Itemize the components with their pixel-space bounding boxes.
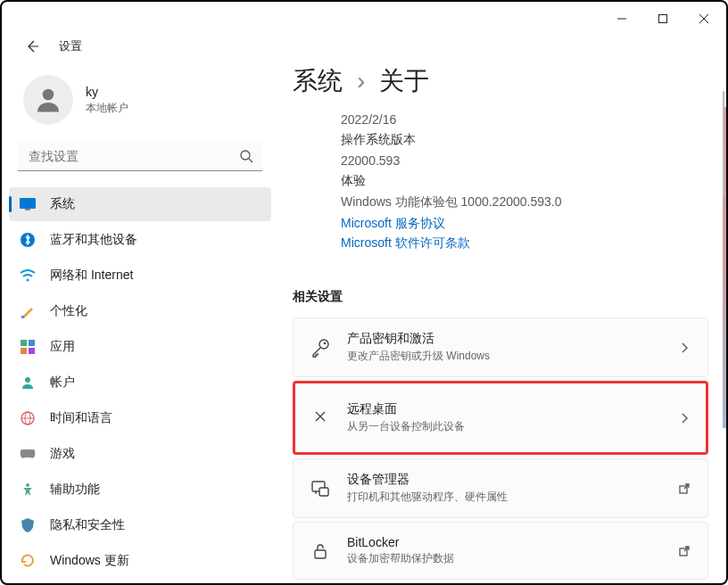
person-icon [20,375,36,391]
main-content: 系统 › 关于 2022/2/16 操作系统版本 22000.593 体验 Wi… [278,57,726,583]
search-input[interactable] [18,141,262,171]
breadcrumb: 系统 › 关于 [293,64,708,98]
device-manager-icon [310,478,331,499]
sidebar: ky 本地帐户 系统 蓝牙和其他设备 [2,57,278,583]
bluetooth-icon [20,232,36,248]
sidebar-item-personalization[interactable]: 个性化 [9,294,271,328]
svg-rect-8 [20,198,36,209]
card-title: 远程桌面 [347,401,661,417]
sidebar-item-network[interactable]: 网络和 Internet [9,259,271,292]
sidebar-item-windows-update[interactable]: Windows 更新 [9,544,271,578]
sidebar-item-accounts[interactable]: 帐户 [9,366,271,400]
external-link-icon [677,544,691,558]
info-experience-label: 体验 [341,173,708,189]
search-wrap [18,141,262,171]
card-title: 设备管理器 [347,472,661,488]
info-date: 2022/2/16 [341,112,708,127]
sidebar-item-gaming[interactable]: 游戏 [9,437,271,471]
svg-rect-13 [21,340,27,346]
key-icon [310,337,331,358]
maximize-button[interactable] [642,4,683,33]
info-os-build-label: 操作系统版本 [341,132,708,148]
svg-rect-28 [315,550,326,558]
svg-rect-14 [29,340,35,346]
brush-icon [20,303,36,319]
app-title: 设置 [59,38,82,54]
svg-rect-25 [319,488,328,496]
svg-rect-16 [29,348,35,354]
svg-rect-1 [659,15,667,23]
sidebar-item-label: 帐户 [50,375,75,391]
gamepad-icon [20,446,36,462]
card-subtitle: 从另一台设备控制此设备 [347,419,661,434]
svg-rect-12 [21,316,24,318]
remote-desktop-icon [310,408,331,429]
sidebar-item-label: 游戏 [50,446,75,462]
back-button[interactable] [21,36,43,57]
sidebar-item-system[interactable]: 系统 [9,187,271,221]
svg-point-23 [324,342,327,344]
accessibility-icon [20,482,36,498]
related-settings-title: 相关设置 [293,289,708,305]
sidebar-item-time-language[interactable]: 时间和语言 [9,401,271,435]
nav-list: 系统 蓝牙和其他设备 网络和 Internet 个性化 [2,187,278,580]
chevron-right-icon [677,411,691,425]
system-icon [20,196,36,212]
update-icon [20,553,36,569]
sidebar-item-label: 辅助功能 [50,482,100,498]
minimize-button[interactable] [601,4,642,33]
breadcrumb-current: 关于 [379,64,429,98]
svg-rect-15 [21,348,27,354]
lock-icon [310,540,331,562]
card-bitlocker[interactable]: BitLocker 设备加密帮助保护数据 [293,522,708,580]
card-subtitle: 设备加密帮助保护数据 [347,551,661,566]
apps-icon [20,339,36,355]
sidebar-item-label: 网络和 Internet [50,268,133,284]
info-os-build-value: 22000.593 [341,153,708,168]
svg-point-17 [25,377,30,383]
shield-icon [20,517,36,533]
wifi-icon [20,268,36,284]
svg-rect-9 [25,209,30,210]
chevron-right-icon [677,341,691,355]
system-info: 2022/2/16 操作系统版本 22000.593 体验 Windows 功能… [293,109,708,273]
sidebar-item-label: 时间和语言 [50,410,112,426]
sidebar-item-label: 隐私和安全性 [50,517,125,533]
card-title: 产品密钥和激活 [347,331,661,347]
sidebar-item-bluetooth[interactable]: 蓝牙和其他设备 [9,223,271,257]
card-remote-desktop[interactable]: 远程桌面 从另一台设备控制此设备 [293,381,708,455]
svg-point-21 [26,483,29,487]
titlebar [2,2,726,36]
svg-point-22 [319,340,328,349]
sidebar-item-apps[interactable]: 应用 [9,330,271,364]
card-activation[interactable]: 产品密钥和激活 更改产品密钥或升级 Windows [293,317,708,377]
sidebar-item-label: 蓝牙和其他设备 [50,232,137,248]
link-service-agreement[interactable]: Microsoft 服务协议 [341,216,708,232]
card-title: BitLocker [347,535,661,549]
card-device-manager[interactable]: 设备管理器 打印机和其他驱动程序、硬件属性 [293,458,708,518]
sidebar-item-label: 个性化 [50,303,87,319]
link-license-terms[interactable]: Microsoft 软件许可条款 [341,235,708,251]
header-row: 设置 [2,36,726,57]
svg-point-11 [27,279,29,282]
info-experience-value: Windows 功能体验包 1000.22000.593.0 [341,194,708,210]
sidebar-item-privacy[interactable]: 隐私和安全性 [9,508,271,542]
breadcrumb-separator: › [357,67,365,95]
sidebar-item-label: 应用 [50,339,75,355]
card-subtitle: 打印机和其他驱动程序、硬件属性 [347,490,661,505]
sidebar-item-label: Windows 更新 [50,553,129,569]
globe-icon [20,410,36,426]
sidebar-item-label: 系统 [50,196,75,212]
user-account-type: 本地帐户 [86,101,128,116]
user-profile[interactable]: ky 本地帐户 [2,68,278,141]
user-name: ky [86,85,128,99]
scrollbar[interactable] [723,91,724,198]
avatar [23,75,73,125]
sidebar-item-accessibility[interactable]: 辅助功能 [9,473,271,507]
svg-point-5 [43,89,54,101]
card-subtitle: 更改产品密钥或升级 Windows [347,349,661,364]
external-link-icon [677,482,691,496]
breadcrumb-parent[interactable]: 系统 [293,64,343,98]
close-button[interactable] [683,4,724,33]
